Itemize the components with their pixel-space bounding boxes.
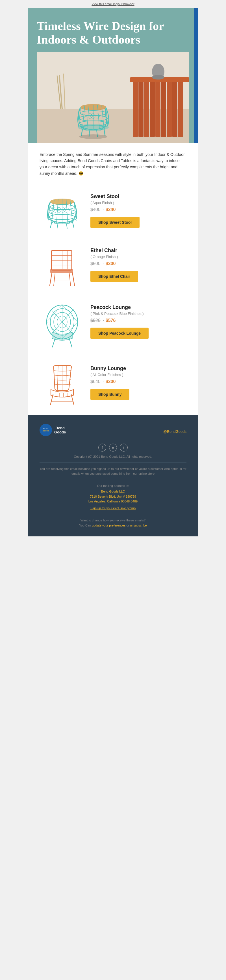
original-price-bunny-lounge: $640: [90, 379, 101, 384]
hero-title: Timeless Wire Design for Indoors & Outdo…: [37, 19, 189, 47]
footer-top-row: BEND GOODS Bend Goods @BendGoods: [40, 424, 186, 439]
svg-rect-9: [172, 81, 177, 137]
product-price-peacock-lounge: $920 - $576: [90, 318, 186, 323]
svg-line-90: [71, 395, 74, 405]
svg-line-79: [69, 338, 72, 347]
update-prefs-link[interactable]: Sign up for your exclusive promo: [90, 506, 136, 510]
product-finish-ethel-chair: ( Orange Finish ): [90, 255, 186, 259]
footer-divider-3: [40, 514, 186, 514]
footer-change-text: Want to change how you receive these ema…: [40, 518, 186, 528]
blue-accent-bar: [194, 8, 198, 143]
svg-line-49: [50, 223, 52, 228]
svg-rect-7: [161, 81, 166, 137]
footer-divider: [40, 462, 186, 463]
instagram-icon[interactable]: ●: [109, 444, 117, 452]
intro-text: Embrace the Spring and Summer seasons wi…: [28, 143, 198, 185]
svg-text:GOODS: GOODS: [43, 430, 49, 432]
product-info-peacock-lounge: Peacock Lounge ( Pink & Peacock Blue Fin…: [90, 302, 186, 339]
svg-line-62: [72, 272, 74, 286]
unsubscribe-link[interactable]: unsubscribe: [130, 523, 147, 527]
shop-ethel-chair-button[interactable]: Shop Ethel Chair: [90, 271, 138, 282]
product-image-bunny-lounge: [40, 363, 85, 407]
svg-line-81: [57, 366, 58, 390]
svg-line-78: [52, 338, 55, 347]
footer-notice: You are receiving this email because you…: [40, 466, 186, 476]
original-price-peacock-lounge: $920: [90, 318, 101, 323]
twitter-icon[interactable]: t: [120, 444, 128, 452]
product-peacock-lounge: Peacock Lounge ( Pink & Peacock Blue Fin…: [28, 296, 198, 357]
sale-price-sweet-stool: $240: [106, 207, 116, 212]
product-info-bunny-lounge: Bunny Lounge ( All Color Finishes ) $640…: [90, 363, 186, 400]
svg-rect-3: [138, 81, 144, 137]
shop-bunny-lounge-button[interactable]: Shop Bunny: [90, 389, 130, 400]
product-price-ethel-chair: $500 - $300: [90, 261, 186, 266]
product-info-sweet-stool: Sweet Stool ( Aqua Finish ) $400 - $240 …: [90, 191, 186, 228]
original-price-ethel-chair: $500: [90, 261, 101, 266]
product-sweet-stool: Sweet Stool ( Aqua Finish ) $400 - $240 …: [28, 185, 198, 239]
shop-peacock-lounge-button[interactable]: Shop Peacock Lounge: [90, 328, 149, 339]
facebook-icon[interactable]: f: [98, 444, 106, 452]
sale-price-peacock-lounge: $576: [106, 318, 116, 323]
hero-section: Timeless Wire Design for Indoors & Outdo…: [28, 8, 198, 143]
product-info-ethel-chair: Ethel Chair ( Orange Finish ) $500 - $30…: [90, 245, 186, 282]
original-price-sweet-stool: $400: [90, 207, 101, 212]
svg-line-64: [69, 273, 71, 286]
svg-text:BEND: BEND: [43, 428, 48, 430]
footer-copyright: Copyright (C) 2021 Bend Goods LLC. All r…: [40, 455, 186, 458]
product-price-sweet-stool: $400 - $240: [90, 207, 186, 212]
footer-logo-circle: BEND GOODS: [40, 424, 52, 436]
svg-line-50: [73, 223, 74, 228]
update-preferences-link[interactable]: update your preferences: [92, 523, 125, 527]
footer-logo-text: Bend Goods: [54, 426, 66, 434]
svg-rect-10: [178, 81, 183, 137]
product-name-peacock-lounge: Peacock Lounge: [90, 304, 186, 310]
svg-rect-54: [50, 269, 73, 273]
product-image-peacock-lounge: [40, 302, 85, 348]
product-finish-bunny-lounge: ( All Color Finishes ): [90, 372, 186, 377]
svg-line-51: [57, 223, 58, 229]
svg-line-52: [66, 223, 67, 229]
svg-rect-6: [155, 81, 160, 137]
product-name-bunny-lounge: Bunny Lounge: [90, 366, 186, 371]
footer-address: Bend Goods LLC 7610 Beverly Blvd. Unit #…: [40, 489, 186, 504]
sale-price-ethel-chair: $300: [106, 261, 116, 266]
svg-point-13: [152, 75, 164, 80]
svg-point-32: [79, 134, 107, 139]
footer-address-label: Our mailing address is:: [40, 484, 186, 487]
sale-price-bunny-lounge: $300: [106, 379, 116, 384]
product-bunny-lounge: Bunny Lounge ( All Color Finishes ) $640…: [28, 357, 198, 415]
product-finish-sweet-stool: ( Aqua Finish ): [90, 200, 186, 205]
product-finish-peacock-lounge: ( Pink & Peacock Blue Finishes ): [90, 312, 186, 316]
svg-rect-2: [133, 81, 138, 137]
footer-divider-2: [40, 480, 186, 480]
footer-social-icons: f ● t: [40, 444, 186, 452]
product-name-ethel-chair: Ethel Chair: [90, 248, 186, 253]
svg-line-89: [50, 395, 53, 405]
svg-line-61: [50, 272, 52, 286]
product-image-ethel-chair: [40, 245, 85, 287]
svg-rect-4: [144, 81, 149, 137]
product-name-sweet-stool: Sweet Stool: [90, 194, 186, 199]
footer-logo: BEND GOODS Bend Goods: [40, 424, 66, 436]
shop-sweet-stool-button[interactable]: Shop Sweet Stool: [90, 217, 139, 228]
top-bar: View this email in your browser: [28, 0, 198, 8]
product-ethel-chair: Ethel Chair ( Orange Finish ) $500 - $30…: [28, 239, 198, 296]
view-in-browser-link[interactable]: View this email in your browser: [92, 2, 134, 6]
hero-image: [37, 52, 189, 143]
product-image-sweet-stool: [40, 191, 85, 230]
svg-rect-8: [167, 81, 172, 137]
svg-line-63: [54, 273, 55, 286]
svg-rect-5: [150, 81, 155, 137]
footer-social-handle: @BendGoods: [163, 430, 186, 434]
footer: BEND GOODS Bend Goods @BendGoods f ● t C…: [28, 415, 198, 536]
product-price-bunny-lounge: $640 - $300: [90, 379, 186, 384]
